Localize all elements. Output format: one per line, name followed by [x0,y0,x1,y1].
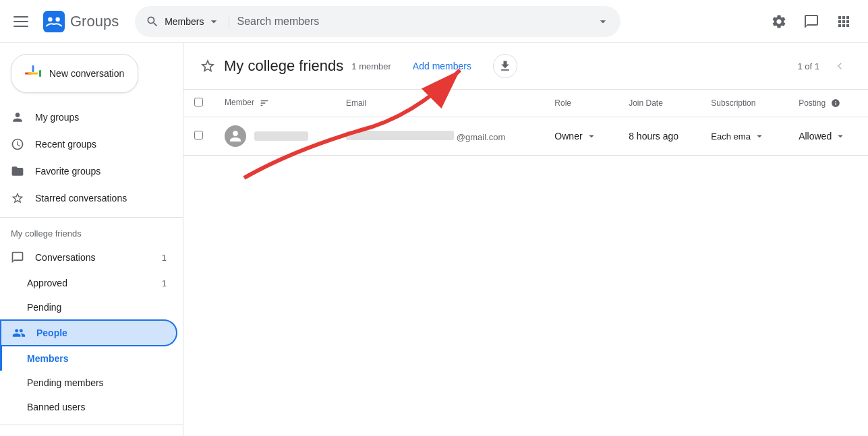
chevron-left-icon [833,59,846,73]
star-icon[interactable] [200,58,216,74]
search-right-dropdown-icon[interactable] [596,15,610,28]
subscription-dropdown-icon [753,130,765,142]
topbar: Groups Members [0,0,868,43]
gear-icon [771,13,787,30]
email-cell: @gmail.com [335,117,544,156]
sidebar-item-recent-groups[interactable]: Recent groups [0,131,177,158]
sidebar-item-my-groups[interactable]: My groups [0,104,177,131]
search-bar: Members [135,6,620,37]
settings-button[interactable] [765,8,792,35]
svg-rect-0 [43,11,65,32]
sidebar-sub-approved[interactable]: Approved 1 [0,271,177,295]
approved-label: Approved [27,278,67,288]
posting-info-icon[interactable] [831,98,840,108]
main-layout: New conversation My groups Recent groups… [0,43,868,436]
member-name-blurred [254,131,308,141]
apps-button[interactable] [830,8,857,35]
pending-members-label: Pending members [27,377,104,388]
table-row: @gmail.com Owner 8 hours ago [183,117,868,156]
checkbox-header [183,90,214,117]
row-checkbox-cell [183,117,214,156]
plus-icon [25,65,41,82]
sidebar-sub-pending-members[interactable]: Pending members [0,371,177,395]
svg-point-2 [55,17,59,21]
subscription-cell: Each ema [700,117,788,156]
conversations-count: 1 [162,253,167,263]
sidebar-sub-banned-users[interactable]: Banned users [0,395,177,419]
topbar-right [765,8,857,35]
add-members-button[interactable]: Add members [399,55,485,77]
posting-dropdown-icon [834,130,846,142]
sidebar-divider-2 [0,425,183,425]
starred-conversations-label: Starred conversations [35,193,167,204]
join-date-col-header: Join Date [618,90,700,117]
email-col-header: Email [335,90,544,117]
join-date-cell: 8 hours ago [618,117,700,156]
sidebar: New conversation My groups Recent groups… [0,43,183,436]
members-table: Member Email Role Join Date Subscription… [183,90,868,156]
recent-groups-label: Recent groups [35,139,167,150]
posting-dropdown[interactable]: Allowed [799,130,857,142]
content-area: My college friends 1 member Add members … [183,43,868,436]
search-dropdown[interactable]: Members [165,15,220,28]
posting-col-header: Posting [788,90,868,117]
member-col-header: Member [214,90,335,117]
hamburger-menu-button[interactable] [11,8,38,35]
group-title: My college friends [224,57,343,75]
sidebar-item-conversations[interactable]: Conversations 1 [0,244,177,271]
posting-cell: Allowed [788,117,868,156]
logo-text: Groups [70,13,119,30]
banned-users-label: Banned users [27,402,85,412]
sidebar-item-favorite-groups[interactable]: Favorite groups [0,158,177,185]
feedback-icon [803,13,819,30]
search-input[interactable] [237,15,591,28]
member-email-blurred [346,131,454,140]
sidebar-item-people[interactable]: People [0,319,177,346]
feedback-button[interactable] [798,8,825,35]
clock-icon [11,137,24,151]
pagination-text: 1 of 1 [797,61,819,71]
people-label: People [36,328,67,338]
sidebar-item-starred-conversations[interactable]: Starred conversations [0,185,177,212]
pending-label: Pending [27,302,61,313]
search-dropdown-label: Members [165,16,204,27]
sidebar-item-about[interactable]: About [0,431,177,436]
chat-icon [11,251,24,264]
sidebar-divider [0,217,183,218]
download-button[interactable] [493,54,517,78]
group-title: My college friends [0,223,183,244]
subscription-value: Each ema [711,131,751,142]
people-icon [12,326,26,340]
apps-icon [836,13,852,30]
new-conversation-label: New conversation [49,68,124,79]
sidebar-sub-members[interactable]: Members [0,346,177,371]
conversations-label: Conversations [35,252,151,263]
subscription-dropdown[interactable]: Each ema [711,130,777,142]
person-icon [11,111,24,124]
role-dropdown[interactable]: Owner [554,130,607,142]
approved-count: 1 [162,278,167,288]
member-count: 1 member [351,61,391,71]
role-dropdown-icon [585,130,598,142]
groups-logo-icon [43,11,65,32]
avatar [225,125,246,147]
star-outline-icon [11,191,24,205]
pagination-prev-button[interactable] [828,54,852,78]
search-icon [146,15,159,28]
select-all-checkbox[interactable] [194,98,203,106]
new-conversation-button[interactable]: New conversation [11,54,138,93]
member-info [225,125,324,147]
members-label: Members [27,353,68,364]
search-divider [229,15,229,28]
role-value: Owner [554,131,582,142]
table-container: Member Email Role Join Date Subscription… [183,90,868,436]
role-cell: Owner [544,117,618,156]
email-suffix: @gmail.com [457,132,505,142]
sort-icon[interactable] [259,98,270,108]
sidebar-sub-pending[interactable]: Pending [0,295,177,319]
row-checkbox[interactable] [194,131,203,139]
avatar-icon [227,128,243,144]
join-date-value: 8 hours ago [629,131,678,142]
logo-area: Groups [43,11,119,32]
content-header: My college friends 1 member Add members … [183,43,868,90]
